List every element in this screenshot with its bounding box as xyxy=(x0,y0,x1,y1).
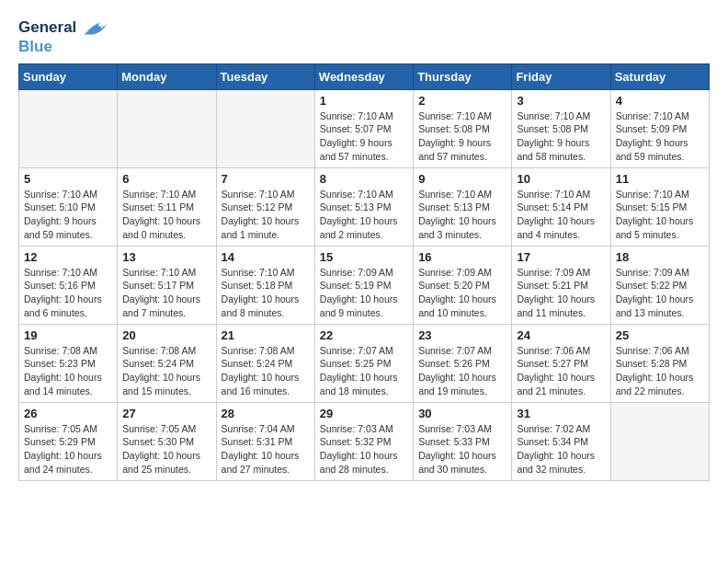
calendar-day-cell: 19Sunrise: 7:08 AMSunset: 5:23 PMDayligh… xyxy=(19,324,118,402)
day-number: 30 xyxy=(418,407,506,420)
calendar-day-cell: 21Sunrise: 7:08 AMSunset: 5:24 PMDayligh… xyxy=(216,324,314,402)
calendar-day-cell: 6Sunrise: 7:10 AMSunset: 5:11 PMDaylight… xyxy=(118,167,216,246)
calendar-day-cell: 28Sunrise: 7:04 AMSunset: 5:31 PMDayligh… xyxy=(216,402,314,480)
calendar-day-cell: 10Sunrise: 7:10 AMSunset: 5:14 PMDayligh… xyxy=(512,167,610,246)
day-number: 23 xyxy=(418,328,506,342)
calendar-day-cell xyxy=(610,402,709,480)
day-info: Sunrise: 7:10 AMSunset: 5:15 PMDaylight:… xyxy=(616,188,704,242)
calendar-day-cell: 15Sunrise: 7:09 AMSunset: 5:19 PMDayligh… xyxy=(314,246,413,324)
day-info: Sunrise: 7:09 AMSunset: 5:22 PMDaylight:… xyxy=(616,266,704,320)
day-info: Sunrise: 7:05 AMSunset: 5:30 PMDaylight:… xyxy=(122,422,210,477)
calendar-day-cell xyxy=(216,89,314,167)
calendar-day-cell: 26Sunrise: 7:05 AMSunset: 5:29 PMDayligh… xyxy=(19,402,118,480)
calendar-day-cell: 29Sunrise: 7:03 AMSunset: 5:32 PMDayligh… xyxy=(314,402,413,480)
calendar-week-row: 26Sunrise: 7:05 AMSunset: 5:29 PMDayligh… xyxy=(19,402,710,480)
calendar-day-cell: 3Sunrise: 7:10 AMSunset: 5:08 PMDaylight… xyxy=(512,89,610,167)
day-number: 13 xyxy=(122,250,210,264)
calendar-day-cell: 31Sunrise: 7:02 AMSunset: 5:34 PMDayligh… xyxy=(512,402,610,480)
weekday-header-saturday: Saturday xyxy=(610,63,709,89)
day-info: Sunrise: 7:10 AMSunset: 5:12 PMDaylight:… xyxy=(222,188,310,242)
day-info: Sunrise: 7:10 AMSunset: 5:13 PMDaylight:… xyxy=(418,188,506,242)
day-info: Sunrise: 7:10 AMSunset: 5:10 PMDaylight:… xyxy=(24,188,112,242)
calendar-table: SundayMondayTuesdayWednesdayThursdayFrid… xyxy=(18,63,710,481)
calendar-day-cell: 18Sunrise: 7:09 AMSunset: 5:22 PMDayligh… xyxy=(610,246,709,324)
calendar-day-cell: 24Sunrise: 7:06 AMSunset: 5:27 PMDayligh… xyxy=(512,324,610,402)
day-number: 21 xyxy=(222,328,310,342)
calendar-day-cell: 2Sunrise: 7:10 AMSunset: 5:08 PMDaylight… xyxy=(414,89,512,167)
day-info: Sunrise: 7:09 AMSunset: 5:19 PMDaylight:… xyxy=(320,266,408,320)
calendar-day-cell: 22Sunrise: 7:07 AMSunset: 5:25 PMDayligh… xyxy=(314,324,413,402)
day-number: 16 xyxy=(418,250,506,264)
day-info: Sunrise: 7:10 AMSunset: 5:18 PMDaylight:… xyxy=(222,266,310,320)
day-number: 24 xyxy=(517,328,605,342)
day-info: Sunrise: 7:08 AMSunset: 5:23 PMDaylight:… xyxy=(24,344,112,398)
day-number: 22 xyxy=(320,328,408,342)
weekday-header-thursday: Thursday xyxy=(414,63,512,89)
day-number: 1 xyxy=(320,94,408,108)
calendar-day-cell: 11Sunrise: 7:10 AMSunset: 5:15 PMDayligh… xyxy=(610,167,709,246)
day-number: 29 xyxy=(320,407,408,420)
day-info: Sunrise: 7:04 AMSunset: 5:31 PMDaylight:… xyxy=(222,422,310,477)
calendar-week-row: 5Sunrise: 7:10 AMSunset: 5:10 PMDaylight… xyxy=(19,167,710,246)
day-number: 11 xyxy=(616,172,704,186)
day-info: Sunrise: 7:10 AMSunset: 5:14 PMDaylight:… xyxy=(517,188,605,242)
calendar-week-row: 19Sunrise: 7:08 AMSunset: 5:23 PMDayligh… xyxy=(19,324,710,402)
day-info: Sunrise: 7:10 AMSunset: 5:13 PMDaylight:… xyxy=(320,188,408,242)
logo-bird-icon xyxy=(83,18,108,39)
logo-blue: Blue xyxy=(18,38,52,55)
weekday-header-friday: Friday xyxy=(512,63,610,89)
calendar-day-cell: 7Sunrise: 7:10 AMSunset: 5:12 PMDaylight… xyxy=(216,167,314,246)
day-number: 4 xyxy=(616,94,704,108)
calendar-day-cell: 16Sunrise: 7:09 AMSunset: 5:20 PMDayligh… xyxy=(414,246,512,324)
calendar-day-cell: 9Sunrise: 7:10 AMSunset: 5:13 PMDaylight… xyxy=(414,167,512,246)
day-info: Sunrise: 7:10 AMSunset: 5:09 PMDaylight:… xyxy=(616,109,704,164)
calendar-week-row: 12Sunrise: 7:10 AMSunset: 5:16 PMDayligh… xyxy=(19,246,710,324)
day-info: Sunrise: 7:10 AMSunset: 5:16 PMDaylight:… xyxy=(24,266,112,320)
day-info: Sunrise: 7:09 AMSunset: 5:21 PMDaylight:… xyxy=(517,266,605,320)
day-info: Sunrise: 7:08 AMSunset: 5:24 PMDaylight:… xyxy=(122,344,210,398)
day-number: 20 xyxy=(122,328,210,342)
calendar-day-cell: 25Sunrise: 7:06 AMSunset: 5:28 PMDayligh… xyxy=(610,324,709,402)
calendar-day-cell: 5Sunrise: 7:10 AMSunset: 5:10 PMDaylight… xyxy=(19,167,118,246)
day-number: 14 xyxy=(222,250,310,264)
logo-general: General xyxy=(18,18,76,36)
day-number: 10 xyxy=(517,172,605,186)
day-number: 5 xyxy=(24,172,112,186)
day-info: Sunrise: 7:02 AMSunset: 5:34 PMDaylight:… xyxy=(517,422,605,477)
day-number: 12 xyxy=(24,250,112,264)
day-info: Sunrise: 7:09 AMSunset: 5:20 PMDaylight:… xyxy=(418,266,506,320)
day-info: Sunrise: 7:08 AMSunset: 5:24 PMDaylight:… xyxy=(222,344,310,398)
day-number: 15 xyxy=(320,250,408,264)
calendar-header-row: SundayMondayTuesdayWednesdayThursdayFrid… xyxy=(19,63,710,89)
logo: General Blue xyxy=(18,18,108,56)
weekday-header-monday: Monday xyxy=(118,63,216,89)
day-info: Sunrise: 7:07 AMSunset: 5:26 PMDaylight:… xyxy=(418,344,506,398)
day-number: 2 xyxy=(418,94,506,108)
calendar-day-cell: 14Sunrise: 7:10 AMSunset: 5:18 PMDayligh… xyxy=(216,246,314,324)
calendar-day-cell: 1Sunrise: 7:10 AMSunset: 5:07 PMDaylight… xyxy=(314,89,413,167)
calendar-day-cell: 13Sunrise: 7:10 AMSunset: 5:17 PMDayligh… xyxy=(118,246,216,324)
day-number: 26 xyxy=(24,407,112,420)
day-info: Sunrise: 7:06 AMSunset: 5:27 PMDaylight:… xyxy=(517,344,605,398)
day-number: 31 xyxy=(517,407,605,420)
calendar-day-cell: 4Sunrise: 7:10 AMSunset: 5:09 PMDaylight… xyxy=(610,89,709,167)
day-info: Sunrise: 7:10 AMSunset: 5:07 PMDaylight:… xyxy=(320,109,408,164)
day-info: Sunrise: 7:05 AMSunset: 5:29 PMDaylight:… xyxy=(24,422,112,477)
day-info: Sunrise: 7:10 AMSunset: 5:08 PMDaylight:… xyxy=(517,109,605,164)
calendar-day-cell xyxy=(118,89,216,167)
calendar-week-row: 1Sunrise: 7:10 AMSunset: 5:07 PMDaylight… xyxy=(19,89,710,167)
calendar-day-cell: 8Sunrise: 7:10 AMSunset: 5:13 PMDaylight… xyxy=(314,167,413,246)
day-number: 18 xyxy=(616,250,704,264)
calendar-day-cell: 23Sunrise: 7:07 AMSunset: 5:26 PMDayligh… xyxy=(414,324,512,402)
calendar-day-cell: 20Sunrise: 7:08 AMSunset: 5:24 PMDayligh… xyxy=(118,324,216,402)
day-number: 19 xyxy=(24,328,112,342)
day-info: Sunrise: 7:03 AMSunset: 5:32 PMDaylight:… xyxy=(320,422,408,477)
day-number: 3 xyxy=(517,94,605,108)
day-info: Sunrise: 7:10 AMSunset: 5:11 PMDaylight:… xyxy=(122,188,210,242)
calendar-day-cell: 12Sunrise: 7:10 AMSunset: 5:16 PMDayligh… xyxy=(19,246,118,324)
day-info: Sunrise: 7:10 AMSunset: 5:08 PMDaylight:… xyxy=(418,109,506,164)
day-number: 9 xyxy=(418,172,506,186)
day-info: Sunrise: 7:07 AMSunset: 5:25 PMDaylight:… xyxy=(320,344,408,398)
day-number: 27 xyxy=(122,407,210,420)
day-number: 7 xyxy=(222,172,310,186)
